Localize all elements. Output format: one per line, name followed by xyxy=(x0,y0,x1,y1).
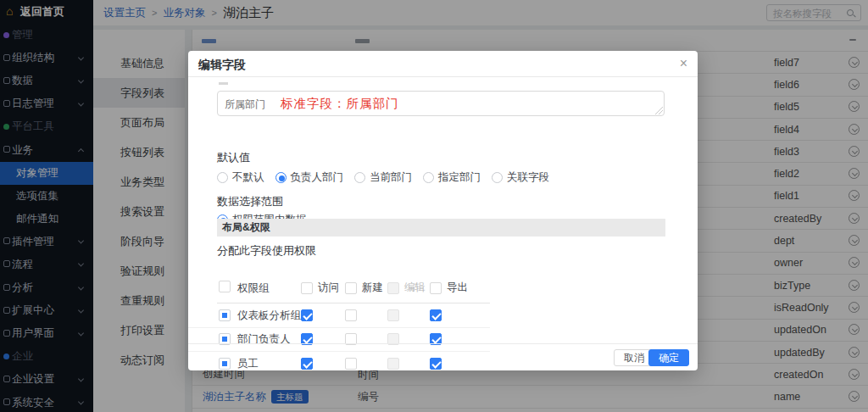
assign-permission-label: 分配此字段使用权限 xyxy=(217,243,316,259)
radio-option[interactable]: 负责人部门 xyxy=(275,170,344,185)
radio-label: 指定部门 xyxy=(438,170,481,185)
radio-option[interactable]: 关联字段 xyxy=(492,170,549,185)
radio-icon xyxy=(217,172,228,183)
permission-row: 仪表板分析组件 xyxy=(188,303,490,328)
dialog-footer: 取消 确定 xyxy=(188,343,698,370)
radio-option[interactable]: 指定部门 xyxy=(423,170,481,185)
default-value-label: 默认值 xyxy=(217,150,250,165)
red-annotation: 标准字段：所属部门 xyxy=(281,96,399,112)
radio-label: 当前部门 xyxy=(370,170,412,185)
dialog-body: 所属部门 标准字段：所属部门 默认值 不默认 负责人部门 当前部门 指 xyxy=(188,77,698,343)
column-checkbox[interactable] xyxy=(345,282,357,294)
field-name-value: 所属部门 xyxy=(225,97,265,112)
data-scope-label: 数据选择范围 xyxy=(217,194,283,209)
edit-checkbox[interactable] xyxy=(387,309,399,321)
permission-column-header: 导出 xyxy=(430,281,468,295)
radio-label: 关联字段 xyxy=(507,170,549,185)
radio-label: 负责人部门 xyxy=(291,170,344,185)
column-label: 导出 xyxy=(447,281,468,295)
export-checkbox[interactable] xyxy=(430,309,442,321)
permission-header-columns: 访问 新建 编辑 导出 xyxy=(188,278,698,297)
radio-icon xyxy=(275,172,287,183)
radio-icon xyxy=(423,172,434,183)
field-name-textarea[interactable]: 所属部门 标准字段：所属部门 xyxy=(217,91,665,116)
create-checkbox[interactable] xyxy=(345,309,357,321)
column-checkbox[interactable] xyxy=(430,282,442,294)
permission-column-header: 访问 xyxy=(301,281,339,295)
permission-table-header: 权限组 访问 新建 编辑 导出 xyxy=(188,278,698,297)
permission-column-header: 新建 xyxy=(345,281,383,295)
access-checkbox[interactable] xyxy=(301,309,313,321)
close-icon[interactable]: × xyxy=(680,55,687,72)
layout-permission-section-bar: 布局&权限 xyxy=(217,219,665,237)
radio-option[interactable]: 不默认 xyxy=(217,170,264,185)
default-value-options: 不默认 负责人部门 当前部门 指定部门 关联字段 xyxy=(217,169,560,186)
confirm-button[interactable]: 确定 xyxy=(648,349,689,366)
column-label: 访问 xyxy=(318,281,339,295)
clipped-text-fragment xyxy=(219,82,228,85)
dialog-title: 编辑字段 xyxy=(198,58,246,73)
dialog-header: 编辑字段 × xyxy=(188,51,698,77)
group-checkbox[interactable] xyxy=(219,309,231,321)
radio-icon xyxy=(354,172,365,183)
resize-grip-icon[interactable] xyxy=(655,107,663,114)
radio-icon xyxy=(492,172,503,183)
column-checkbox[interactable] xyxy=(301,282,313,294)
app-window: ⌂ 返回首页 管理 组织结构 数据 日志管理 xyxy=(0,0,868,412)
column-checkbox[interactable] xyxy=(387,282,399,294)
radio-option[interactable]: 当前部门 xyxy=(354,170,412,185)
edit-field-dialog: 编辑字段 × 所属部门 标准字段：所属部门 默认值 不默认 负责人部门 xyxy=(188,51,698,370)
column-label: 新建 xyxy=(362,281,383,295)
radio-label: 不默认 xyxy=(232,170,264,185)
permission-column-header: 编辑 xyxy=(387,281,426,295)
column-label: 编辑 xyxy=(404,281,426,295)
